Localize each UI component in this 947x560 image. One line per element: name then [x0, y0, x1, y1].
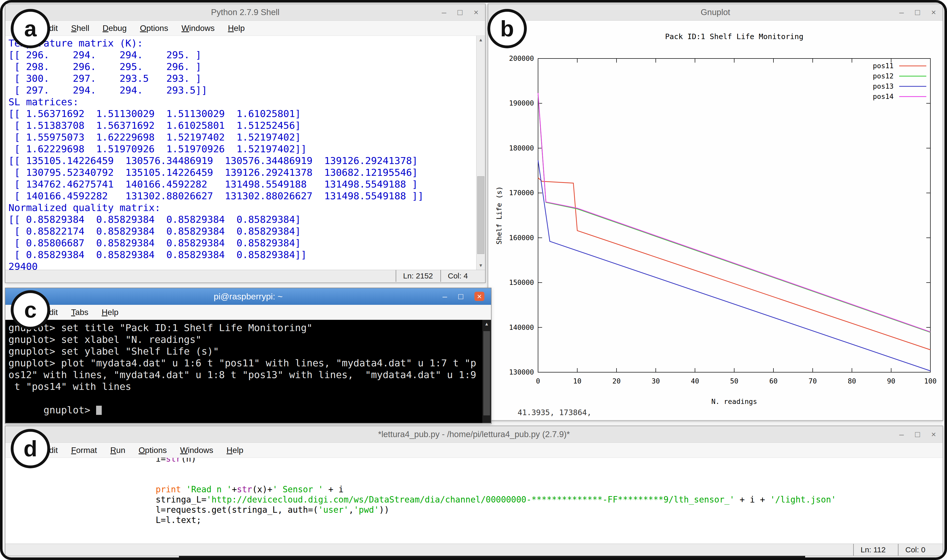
menu-item-debug[interactable]: Debug [103, 23, 126, 33]
text-line: gnuplot> plot "mydata4.dat" u 1:6 t "pos… [8, 357, 481, 369]
text-line: [[ 135105.14226459 130576.34486919 13057… [8, 155, 482, 166]
close-button[interactable]: × [474, 8, 479, 16]
menu-item-windows[interactable]: Windows [180, 446, 213, 455]
text-line: [[ 1.56371692 1.51130029 1.51130029 1.61… [8, 108, 482, 120]
column-indicator: Col: 4 [440, 270, 485, 282]
terminal-menu-bar: EditTabsHelp [5, 305, 491, 320]
window-controls: – □ × [899, 4, 936, 20]
menu-item-run[interactable]: Run [110, 446, 125, 455]
terminal-scrollbar[interactable]: ▲ [482, 320, 491, 423]
taskbar-strip [179, 556, 805, 560]
svg-text:20: 20 [613, 377, 621, 385]
gnuplot-window: Gnuplot – □ × 13000014000015000016000017… [488, 3, 943, 421]
code-line: i=str(n) [74, 458, 942, 464]
terminal-window-title: pi@raspberrypi: ~ [214, 291, 283, 302]
text-line: [ 297. 294. 294. 293.5]] [8, 84, 482, 96]
menu-item-windows[interactable]: Windows [182, 23, 215, 33]
close-button[interactable]: × [474, 292, 484, 301]
figure-label-c: c [11, 290, 50, 329]
line-indicator: Ln: 112 [853, 544, 898, 555]
svg-text:30: 30 [651, 377, 660, 385]
column-indicator: Col: 0 [898, 544, 942, 555]
terminal-prompt: gnuplot> [43, 405, 96, 415]
menu-item-options[interactable]: Options [140, 23, 168, 33]
cursor-coordinates: 41.3935, 173864, [517, 408, 591, 417]
text-line: [ 1.51383708 1.56371692 1.61025801 1.512… [8, 120, 482, 131]
text-line: SL matrices: [8, 96, 482, 108]
code-editor-area[interactable]: i=str(n) print 'Read n '+str(x)+' Sensor… [5, 458, 942, 544]
gnuplot-titlebar[interactable]: Gnuplot – □ × [488, 4, 942, 21]
svg-text:pos14: pos14 [873, 92, 893, 100]
idle-editor-window: *lettura4_pub.py - /home/pi/lettura4_pub… [5, 426, 943, 556]
maximize-button[interactable]: □ [915, 430, 920, 438]
svg-text:130000: 130000 [509, 368, 534, 376]
svg-text:40: 40 [691, 377, 699, 385]
maximize-button[interactable]: □ [457, 8, 462, 16]
shell-scrollbar[interactable]: ▲ ▼ [476, 36, 485, 270]
minimize-button[interactable]: – [442, 8, 446, 16]
svg-text:190000: 190000 [509, 99, 534, 107]
code-line: L=l.text; [74, 515, 942, 525]
minimize-button[interactable]: – [899, 8, 904, 16]
text-line: [ 300. 297. 293.5 293. ] [8, 72, 482, 84]
text-line: [[ 0.85829384 0.85829384 0.85829384 0.85… [8, 214, 482, 225]
menu-item-help[interactable]: Help [102, 308, 119, 317]
svg-text:10: 10 [573, 377, 582, 385]
svg-text:pos12: pos12 [873, 72, 893, 80]
menu-item-shell[interactable]: Shell [71, 23, 89, 33]
terminal-titlebar[interactable]: pi@raspberrypi: ~ – □ × [5, 288, 491, 305]
text-line: [ 134762.46275741 140166.4592282 131498.… [8, 178, 482, 190]
terminal-prompt-line: gnuplot> [5, 392, 491, 423]
scroll-up-icon[interactable]: ▲ [476, 37, 485, 43]
terminal-output-area[interactable]: gnuplot> set title "Pack ID:1 Shelf Life… [5, 320, 491, 423]
code-line: stringa_L='http://devicecloud.digi.com/w… [74, 495, 942, 505]
text-line: Temperature matrix (K): [8, 37, 482, 49]
menu-item-tabs[interactable]: Tabs [71, 308, 88, 317]
minimize-button[interactable]: – [899, 430, 904, 438]
scroll-down-icon[interactable]: ▼ [476, 263, 485, 268]
shell-titlebar[interactable]: Python 2.7.9 Shell – □ × [5, 4, 485, 21]
svg-text:100: 100 [924, 377, 937, 385]
gnuplot-canvas[interactable]: 1300001400001500001600001700001800001900… [488, 21, 942, 420]
maximize-button[interactable]: □ [915, 8, 920, 16]
editor-menu-bar: EditFormatRunOptionsWindowsHelp [5, 443, 942, 458]
svg-text:60: 60 [769, 377, 778, 385]
text-line: gnuplot> set title "Pack ID:1 Shelf Life… [8, 322, 481, 334]
svg-text:Pack ID:1 Shelf Life Monitorin: Pack ID:1 Shelf Life Monitoring [665, 32, 803, 41]
editor-titlebar[interactable]: *lettura4_pub.py - /home/pi/lettura4_pub… [5, 426, 942, 443]
svg-text:150000: 150000 [509, 278, 534, 286]
figure-label-a: a [11, 9, 50, 48]
minimize-button[interactable]: – [442, 292, 447, 300]
shelf-life-chart[interactable]: 1300001400001500001600001700001800001900… [488, 21, 942, 420]
scrollbar-thumb[interactable] [477, 176, 484, 254]
svg-text:200000: 200000 [509, 54, 534, 62]
svg-text:N. readings: N. readings [711, 397, 757, 405]
maximize-button[interactable]: □ [458, 292, 463, 300]
text-line: [ 1.62229698 1.51970926 1.51970926 1.521… [8, 143, 482, 155]
close-button[interactable]: × [931, 430, 936, 438]
window-controls: – □ × [442, 288, 484, 305]
svg-text:80: 80 [848, 377, 856, 385]
code-line: print 'Read n '+str(x)+' Sensor ' + i [74, 485, 942, 495]
text-line: Normalized quality matrix: [8, 202, 482, 214]
shell-output-area[interactable]: Temperature matrix (K):[[ 296. 294. 294.… [5, 36, 485, 270]
gnuplot-window-title: Gnuplot [701, 8, 730, 17]
menu-item-format[interactable]: Format [71, 446, 97, 455]
scrollbar-thumb[interactable] [484, 331, 490, 415]
scroll-up-icon[interactable]: ▲ [482, 322, 491, 327]
figure-label-d: d [11, 429, 50, 468]
menu-item-help[interactable]: Help [228, 23, 245, 33]
text-line: 29400 [8, 261, 482, 270]
svg-text:pos11: pos11 [873, 62, 893, 70]
text-line: os12" with lines, "mydata4.dat" u 1:8 t … [8, 369, 481, 381]
svg-text:170000: 170000 [509, 189, 534, 197]
close-button[interactable]: × [931, 8, 936, 16]
code-line [74, 464, 942, 474]
svg-text:90: 90 [887, 377, 895, 385]
svg-text:50: 50 [730, 377, 738, 385]
terminal-history: gnuplot> set title "Pack ID:1 Shelf Life… [5, 320, 491, 392]
menu-item-help[interactable]: Help [226, 446, 243, 455]
menu-item-options[interactable]: Options [139, 446, 167, 455]
window-controls: – □ × [899, 426, 936, 443]
terminal-cursor[interactable] [96, 406, 102, 415]
